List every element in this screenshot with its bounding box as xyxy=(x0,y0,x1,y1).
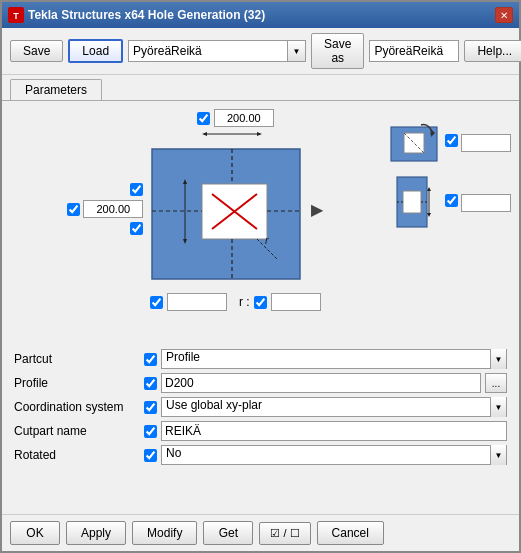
prop-label-profile: Profile xyxy=(10,371,140,395)
diagram-area: r ▶ r : xyxy=(10,109,381,339)
bottom-bar: OK Apply Modify Get ☑ / ☐ Cancel xyxy=(2,514,519,551)
mini-diagram-1 xyxy=(389,119,511,167)
svg-marker-12 xyxy=(257,132,262,136)
table-row: Rotated No ▼ xyxy=(10,443,511,467)
partcut-dropdown[interactable]: Profile ▼ xyxy=(161,349,507,369)
get-button[interactable]: Get xyxy=(203,521,253,545)
r-checkbox[interactable] xyxy=(254,296,267,309)
divider-label: ☑ / ☐ xyxy=(270,527,299,540)
profile-dropdown-arrow[interactable]: ▼ xyxy=(288,40,306,62)
partcut-checkbox[interactable] xyxy=(144,353,157,366)
left-checkbox[interactable] xyxy=(130,183,143,196)
saveas-input[interactable] xyxy=(369,40,459,62)
prop-label-partcut: Partcut xyxy=(10,347,140,371)
load-button[interactable]: Load xyxy=(68,39,123,63)
tabs-row: Parameters xyxy=(2,75,519,100)
top-value-input[interactable] xyxy=(214,109,274,127)
top-checkbox[interactable] xyxy=(197,112,210,125)
app-icon: T xyxy=(8,7,24,23)
ok-button[interactable]: OK xyxy=(10,521,60,545)
window-title: Tekla Structures x64 Hole Generation (32… xyxy=(28,8,265,22)
toolbar: Save Load ▼ Save as Help... xyxy=(2,28,519,75)
apply-button[interactable]: Apply xyxy=(66,521,126,545)
prop-label-rotated: Rotated xyxy=(10,443,140,467)
table-row: Coordination system Use global xy-plar ▼ xyxy=(10,395,511,419)
hole-diagram: r xyxy=(147,129,307,289)
profile-browse-button[interactable]: ... xyxy=(485,373,507,393)
svg-rect-23 xyxy=(403,191,421,213)
mini-svg-2 xyxy=(389,175,441,230)
mini-diagram-2 xyxy=(389,175,511,230)
partcut-value[interactable]: Profile xyxy=(162,350,490,368)
rotated-value[interactable]: No xyxy=(162,446,490,464)
profile-input[interactable] xyxy=(128,40,288,62)
table-row: Profile ... xyxy=(10,371,511,395)
mini-svg-1 xyxy=(389,119,441,167)
svg-rect-19 xyxy=(404,133,424,153)
main-window: T Tekla Structures x64 Hole Generation (… xyxy=(0,0,521,553)
modify-button[interactable]: Modify xyxy=(132,521,197,545)
cutpart-value-input[interactable] xyxy=(161,421,507,441)
coord-dropdown[interactable]: Use global xy-plar ▼ xyxy=(161,397,507,417)
svg-marker-28 xyxy=(427,213,431,217)
bottom-value-input[interactable] xyxy=(167,293,227,311)
tab-parameters[interactable]: Parameters xyxy=(10,79,102,100)
coord-value[interactable]: Use global xy-plar xyxy=(162,398,490,416)
right-diagrams xyxy=(389,109,511,339)
rotated-dropdown[interactable]: No ▼ xyxy=(161,445,507,465)
svg-text:T: T xyxy=(13,11,19,21)
profile-value-input[interactable] xyxy=(161,373,481,393)
mini1-checkbox[interactable] xyxy=(445,134,458,147)
mini2-checkbox[interactable] xyxy=(445,194,458,207)
table-row: Cutpart name xyxy=(10,419,511,443)
rotated-checkbox[interactable] xyxy=(144,449,157,462)
left-value-input[interactable] xyxy=(83,200,143,218)
profile-checkbox[interactable] xyxy=(144,377,157,390)
divider-button[interactable]: ☑ / ☐ xyxy=(259,522,310,545)
r-label: r : xyxy=(239,295,250,309)
save-button[interactable]: Save xyxy=(10,40,63,62)
prop-label-cutpart: Cutpart name xyxy=(10,419,140,443)
cutpart-checkbox[interactable] xyxy=(144,425,157,438)
cancel-button[interactable]: Cancel xyxy=(317,521,384,545)
svg-marker-11 xyxy=(202,132,207,136)
saveas-button[interactable]: Save as xyxy=(311,33,364,69)
partcut-dropdown-arrow[interactable]: ▼ xyxy=(490,349,506,369)
properties-table: Partcut Profile ▼ Profile xyxy=(10,347,511,467)
content-area: r ▶ r : xyxy=(2,100,519,514)
left-checkbox3[interactable] xyxy=(130,222,143,235)
mini1-input[interactable] xyxy=(461,134,511,152)
help-button[interactable]: Help... xyxy=(464,40,521,62)
rotated-dropdown-arrow[interactable]: ▼ xyxy=(490,445,506,465)
params-area: r ▶ r : xyxy=(10,109,511,339)
table-row: Partcut Profile ▼ xyxy=(10,347,511,371)
prop-label-coord: Coordination system xyxy=(10,395,140,419)
bottom-checkbox[interactable] xyxy=(150,296,163,309)
mini2-input[interactable] xyxy=(461,194,511,212)
title-bar: T Tekla Structures x64 Hole Generation (… xyxy=(2,2,519,28)
profile-dropdown[interactable]: ▼ xyxy=(128,40,306,62)
expand-arrow[interactable]: ▶ xyxy=(311,200,323,219)
coord-checkbox[interactable] xyxy=(144,401,157,414)
close-button[interactable]: ✕ xyxy=(495,7,513,23)
svg-marker-27 xyxy=(427,187,431,191)
left-checkbox2[interactable] xyxy=(67,203,80,216)
r-value-input[interactable] xyxy=(271,293,321,311)
coord-dropdown-arrow[interactable]: ▼ xyxy=(490,397,506,417)
